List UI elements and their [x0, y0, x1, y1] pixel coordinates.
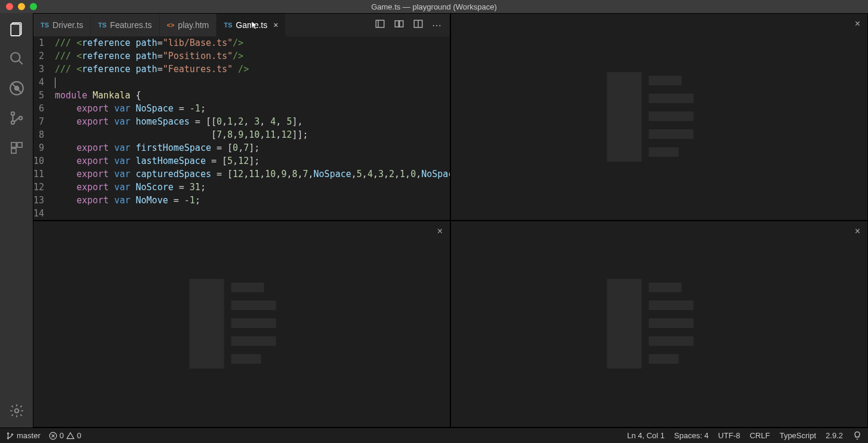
preview-icon[interactable] — [375, 18, 385, 32]
cursor-position[interactable]: Ln 4, Col 1 — [627, 431, 665, 440]
ts-version[interactable]: 2.9.2 — [826, 431, 843, 440]
zoom-window-icon[interactable] — [30, 3, 37, 10]
indentation[interactable]: Spaces: 4 — [674, 431, 709, 440]
ts-icon: TS — [224, 21, 232, 29]
window-controls[interactable] — [6, 3, 37, 10]
line-gutter: 1234567891011121314 — [33, 36, 55, 220]
svg-line-3 — [18, 60, 23, 64]
problems[interactable]: 0 0 — [49, 431, 81, 440]
svg-point-2 — [11, 52, 20, 61]
empty-editor-placeholder-icon — [190, 279, 294, 368]
svg-point-21 — [7, 437, 8, 438]
tab-driver[interactable]: TS Driver.ts — [33, 14, 91, 36]
tab-features[interactable]: TS Features.ts — [91, 14, 159, 36]
editor-pane-bottom-left[interactable]: × — [33, 221, 450, 428]
html-icon: <> — [167, 21, 175, 29]
search-icon[interactable] — [8, 50, 25, 67]
editor-pane-top-left: TS Driver.ts TS Features.ts <> play.htm … — [33, 13, 450, 221]
scm-icon[interactable] — [8, 110, 25, 126]
diff-icon[interactable] — [394, 18, 404, 32]
empty-editor-placeholder-icon — [607, 279, 712, 368]
svg-rect-10 — [11, 142, 16, 147]
tab-game[interactable]: TS Game.ts × — [217, 14, 286, 36]
svg-point-9 — [18, 116, 21, 119]
code-content[interactable]: /// <reference path="lib/Base.ts"/>/// <… — [55, 36, 450, 220]
tab-label: Driver.ts — [52, 20, 83, 30]
empty-editor-placeholder-icon — [607, 72, 712, 162]
encoding[interactable]: UTF-8 — [718, 431, 740, 440]
close-window-icon[interactable] — [6, 3, 13, 10]
extensions-icon[interactable] — [8, 140, 25, 156]
eol[interactable]: CRLF — [750, 431, 770, 440]
warning-count: 0 — [77, 431, 81, 440]
minimize-window-icon[interactable] — [18, 3, 25, 10]
ts-icon: TS — [98, 21, 106, 29]
tab-play-htm[interactable]: <> play.htm — [160, 14, 217, 36]
settings-gear-icon[interactable] — [8, 402, 25, 419]
close-pane-icon[interactable]: × — [437, 226, 443, 237]
activity-bar — [0, 13, 33, 427]
svg-rect-17 — [400, 21, 403, 27]
svg-point-6 — [14, 86, 18, 91]
tab-actions: ⋯ — [366, 14, 450, 36]
editor-workspace: TS Driver.ts TS Features.ts <> play.htm … — [33, 13, 868, 427]
split-icon[interactable] — [413, 18, 424, 32]
svg-point-20 — [7, 432, 8, 433]
error-count: 0 — [60, 431, 64, 440]
svg-point-22 — [11, 433, 13, 435]
window-title: Game.ts — playground (Workspace) — [371, 2, 497, 11]
ts-icon: TS — [41, 21, 49, 29]
more-icon[interactable]: ⋯ — [432, 20, 441, 31]
svg-point-8 — [11, 121, 14, 124]
svg-rect-14 — [376, 20, 384, 27]
tab-bar: TS Driver.ts TS Features.ts <> play.htm … — [33, 14, 450, 36]
branch-name: master — [17, 431, 41, 440]
close-pane-icon[interactable]: × — [855, 226, 860, 237]
tab-label: Features.ts — [110, 20, 152, 30]
code-editor[interactable]: 1234567891011121314 /// <reference path=… — [33, 36, 450, 220]
debug-icon[interactable] — [8, 80, 25, 97]
main-area: TS Driver.ts TS Features.ts <> play.htm … — [0, 13, 868, 427]
git-branch[interactable]: master — [6, 431, 41, 440]
editor-pane-bottom-right[interactable]: × — [450, 221, 868, 428]
feedback-icon[interactable] — [852, 431, 862, 441]
close-pane-icon[interactable]: × — [855, 18, 860, 29]
language-mode[interactable]: TypeScript — [780, 431, 816, 440]
svg-point-13 — [14, 409, 18, 413]
tab-label: play.htm — [178, 20, 209, 30]
svg-point-7 — [11, 112, 14, 115]
tab-label: Game.ts — [236, 20, 267, 30]
status-bar: master 0 0 Ln 4, Col 1 Spaces: 4 UTF-8 C… — [0, 427, 868, 443]
svg-rect-16 — [395, 21, 399, 27]
svg-rect-1 — [11, 24, 20, 35]
editor-pane-top-right[interactable]: × — [450, 13, 868, 221]
explorer-icon[interactable] — [8, 20, 25, 37]
close-tab-icon[interactable]: × — [273, 20, 278, 30]
svg-rect-11 — [17, 142, 22, 147]
svg-rect-12 — [11, 148, 16, 153]
title-bar: Game.ts — playground (Workspace) — [0, 0, 868, 13]
